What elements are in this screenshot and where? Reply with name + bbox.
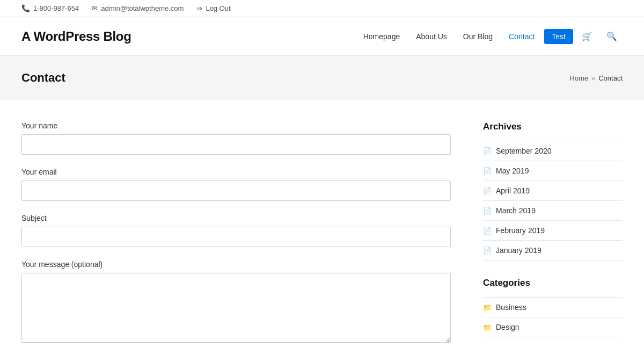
file-icon: 📄 bbox=[483, 247, 492, 255]
archives-heading: Archives bbox=[483, 121, 623, 132]
name-group: Your name bbox=[21, 121, 451, 155]
archive-label-3: March 2019 bbox=[496, 206, 536, 215]
archives-list: 📄 September 2020 📄 May 2019 📄 April 2019… bbox=[483, 141, 623, 261]
archive-item-2[interactable]: 📄 April 2019 bbox=[483, 181, 623, 201]
message-group: Your message (optional) bbox=[21, 260, 451, 344]
logout-label[interactable]: Log Out bbox=[206, 4, 230, 12]
site-title[interactable]: A WordPress Blog bbox=[21, 29, 131, 44]
archives-section: Archives 📄 September 2020 📄 May 2019 📄 A… bbox=[483, 121, 623, 261]
contact-form: Your name Your email Subject Your messag… bbox=[21, 121, 451, 354]
logout-icon: ⇒ bbox=[196, 4, 202, 12]
nav-our-blog[interactable]: Our Blog bbox=[457, 29, 499, 44]
file-icon: 📄 bbox=[483, 227, 492, 235]
phone-item: 📞 1-800-987-654 bbox=[21, 4, 79, 12]
message-label: Your message (optional) bbox=[21, 260, 451, 269]
archive-item-3[interactable]: 📄 March 2019 bbox=[483, 201, 623, 221]
email-address: admin@totalwptheme.com bbox=[101, 4, 184, 12]
categories-section: Categories 📁 Business 📁 Design bbox=[483, 278, 623, 337]
top-bar: 📞 1-800-987-654 ✉ admin@totalwptheme.com… bbox=[0, 0, 644, 17]
archive-item-4[interactable]: 📄 February 2019 bbox=[483, 221, 623, 241]
file-icon: 📄 bbox=[483, 187, 492, 195]
archive-label-5: January 2019 bbox=[496, 246, 541, 255]
category-label-1: Design bbox=[496, 323, 519, 331]
email-label: Your email bbox=[21, 168, 451, 176]
archive-item-0[interactable]: 📄 September 2020 bbox=[483, 141, 623, 161]
sidebar: Archives 📄 September 2020 📄 May 2019 📄 A… bbox=[483, 121, 623, 354]
categories-list: 📁 Business 📁 Design bbox=[483, 297, 623, 337]
subject-input[interactable] bbox=[21, 227, 451, 247]
name-input[interactable] bbox=[21, 134, 451, 155]
category-label-0: Business bbox=[496, 303, 526, 312]
archive-label-1: May 2019 bbox=[496, 167, 529, 175]
email-group: Your email bbox=[21, 168, 451, 201]
email-input[interactable] bbox=[21, 180, 451, 201]
email-item: ✉ admin@totalwptheme.com bbox=[92, 4, 184, 12]
archive-label-0: September 2020 bbox=[496, 147, 552, 155]
main-nav: Homepage About Us Our Blog Contact Test … bbox=[357, 28, 623, 45]
breadcrumb-home[interactable]: Home bbox=[569, 74, 588, 82]
breadcrumb-current: Contact bbox=[598, 74, 623, 82]
nav-contact[interactable]: Contact bbox=[502, 29, 541, 44]
search-icon[interactable]: 🔍 bbox=[601, 28, 623, 45]
folder-icon: 📁 bbox=[483, 323, 492, 331]
nav-test-button[interactable]: Test bbox=[544, 29, 573, 44]
archive-item-5[interactable]: 📄 January 2019 bbox=[483, 241, 623, 261]
phone-number: 1-800-987-654 bbox=[33, 4, 79, 12]
archive-label-2: April 2019 bbox=[496, 186, 530, 195]
site-header: A WordPress Blog Homepage About Us Our B… bbox=[0, 17, 644, 56]
page-title: Contact bbox=[21, 71, 65, 85]
file-icon: 📄 bbox=[483, 167, 492, 175]
subject-group: Subject bbox=[21, 214, 451, 247]
phone-icon: 📞 bbox=[21, 4, 30, 12]
page-header-bar: Contact Home » Contact bbox=[0, 56, 644, 100]
file-icon: 📄 bbox=[483, 147, 492, 155]
message-textarea[interactable] bbox=[21, 273, 451, 343]
categories-heading: Categories bbox=[483, 278, 623, 288]
cart-icon[interactable]: 🛒 bbox=[576, 28, 598, 45]
folder-icon: 📁 bbox=[483, 304, 492, 312]
subject-label: Subject bbox=[21, 214, 451, 222]
category-item-1[interactable]: 📁 Design bbox=[483, 317, 623, 337]
file-icon: 📄 bbox=[483, 207, 492, 215]
logout-item[interactable]: ⇒ Log Out bbox=[196, 4, 230, 12]
breadcrumb: Home » Contact bbox=[569, 74, 623, 82]
email-icon: ✉ bbox=[92, 4, 98, 12]
archive-label-4: February 2019 bbox=[496, 226, 545, 235]
archive-item-1[interactable]: 📄 May 2019 bbox=[483, 161, 623, 181]
name-label: Your name bbox=[21, 121, 451, 130]
nav-homepage[interactable]: Homepage bbox=[357, 29, 407, 44]
main-content: Your name Your email Subject Your messag… bbox=[0, 100, 644, 354]
breadcrumb-separator: » bbox=[591, 74, 595, 82]
nav-about-us[interactable]: About Us bbox=[409, 29, 453, 44]
category-item-0[interactable]: 📁 Business bbox=[483, 297, 623, 317]
